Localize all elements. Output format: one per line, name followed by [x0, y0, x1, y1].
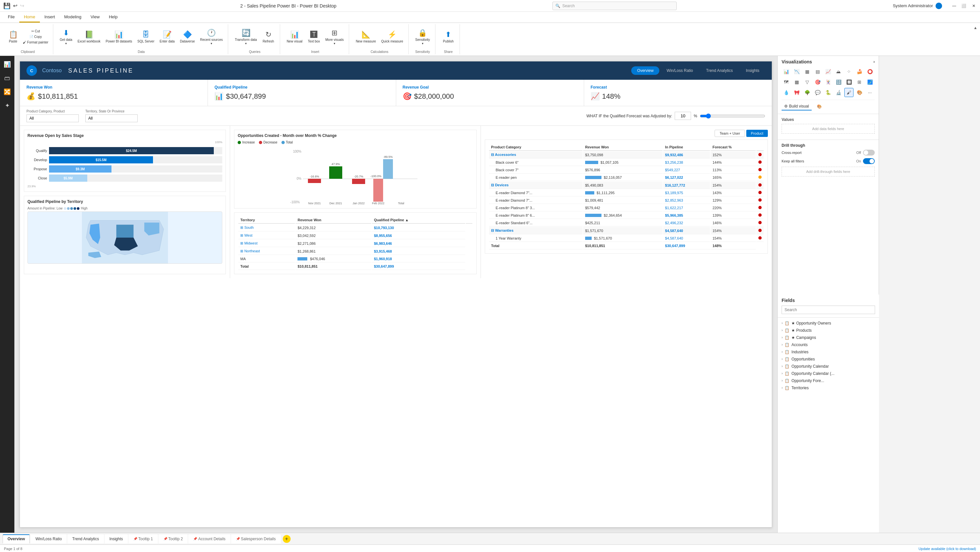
dataverse-button[interactable]: 🔷 Dataverse	[178, 29, 197, 45]
maximize-btn[interactable]: ⬜	[961, 3, 967, 9]
viz-icon-table[interactable]: 📊	[781, 67, 791, 76]
viz-icon-bar[interactable]: 📉	[792, 67, 801, 76]
field-group-opp-calendar2[interactable]: › 📋 Opportunity Calendar (...	[781, 370, 875, 377]
collapse-ribbon[interactable]: ▲	[974, 25, 977, 30]
nav-data-icon[interactable]: 🗃	[1, 72, 13, 84]
product-filter-select[interactable]: All	[27, 115, 79, 122]
territory-row-ma[interactable]: MA $476,046 $1,960,918	[238, 256, 473, 262]
col-territory[interactable]: Territory	[238, 217, 295, 224]
nav-winloss[interactable]: Win/Loss Ratio	[661, 66, 699, 75]
field-group-products[interactable]: › 📋 ★ Products	[781, 327, 875, 334]
tab-help[interactable]: Help	[104, 12, 122, 22]
viz-icon-donut[interactable]: ⭕	[865, 67, 874, 76]
viz-icon-python[interactable]: 🐍	[823, 88, 832, 97]
viz-icon-decomp[interactable]: 🌳	[802, 88, 811, 97]
viz-icon-ribbon[interactable]: 🎀	[792, 88, 801, 97]
powerbi-datasets-button[interactable]: 📊 Power BI datasets	[103, 29, 134, 45]
field-group-industries[interactable]: › 📋 Industries	[781, 348, 875, 356]
field-group-territories[interactable]: › 📋 Territories	[781, 384, 875, 391]
title-search[interactable]: 🔍 Search	[552, 2, 677, 10]
viz-icon-line[interactable]: 📈	[823, 67, 832, 76]
new-measure-button[interactable]: 📐 New measure	[354, 29, 378, 45]
field-group-campaigns[interactable]: › 📋 ★ Campaigns	[781, 334, 875, 341]
nav-trend[interactable]: Trend Analytics	[700, 66, 739, 75]
more-visuals-button[interactable]: ⊞ More visuals ▼	[323, 27, 345, 46]
keep-filters-toggle[interactable]	[863, 158, 875, 164]
text-box-button[interactable]: 🆃 Text box	[305, 29, 322, 45]
nav-report-icon[interactable]: 📊	[1, 59, 13, 70]
add-drill-fields[interactable]: Add drill-through fields here	[781, 167, 875, 177]
viz-icon-slicer[interactable]: 🔲	[844, 78, 853, 87]
get-data-button[interactable]: ⬇ Get data ▼	[58, 27, 74, 46]
new-visual-button[interactable]: 📊 New visual	[285, 29, 304, 45]
update-message[interactable]: Update available (click to download)	[918, 547, 976, 551]
sensitivity-button[interactable]: 🔒 Sensitivity ▼	[413, 27, 432, 46]
tab-home[interactable]: Home	[19, 12, 40, 22]
viz-icon-matrix[interactable]: ⊞	[855, 78, 864, 87]
col-qual-pipeline[interactable]: Qualified Pipeline ▲	[372, 217, 465, 224]
sql-server-button[interactable]: 🗄 SQL Server	[135, 29, 156, 45]
viz-icon-more[interactable]: ···	[865, 88, 874, 97]
viz-icon-clustered-bar[interactable]: ▤	[813, 67, 822, 76]
field-group-opp-forecast[interactable]: › 📋 Opportunity Fore...	[781, 377, 875, 384]
fields-search-input[interactable]	[781, 305, 875, 314]
page-tab-tooltip2[interactable]: 📌Tooltip 2	[159, 535, 188, 544]
quick-measure-button[interactable]: ⚡ Quick measure	[379, 29, 405, 45]
nav-dax-icon[interactable]: ✦	[1, 100, 13, 111]
field-group-opportunities[interactable]: › 📋 Opportunities	[781, 356, 875, 363]
refresh-button[interactable]: ↻ Refresh	[260, 29, 277, 45]
tab-modeling[interactable]: Modeling	[59, 12, 86, 22]
viz-icon-paintbrush[interactable]: 🎨	[855, 88, 864, 97]
page-tab-insights[interactable]: Insights	[105, 535, 128, 544]
viz-icon-treemap[interactable]: ▩	[792, 78, 801, 87]
field-group-opp-calendar[interactable]: › 📋 Opportunity Calendar	[781, 363, 875, 370]
tab-insert[interactable]: Insert	[40, 12, 60, 22]
territory-row-midwest[interactable]: ⊞ Midwest $2,271,086 $6,983,646	[238, 240, 473, 247]
viz-icon-stacked-bar[interactable]: ▦	[802, 67, 811, 76]
page-tab-trend[interactable]: Trend Analytics	[67, 535, 104, 544]
page-tab-tooltip1[interactable]: 📌Tooltip 1	[129, 535, 158, 544]
product-btn[interactable]: Product	[746, 130, 768, 137]
col-in-pipeline[interactable]: In Pipeline	[663, 144, 710, 151]
close-btn[interactable]: ✕	[971, 3, 977, 9]
viz-icon-funnel[interactable]: ▽	[802, 78, 811, 87]
page-tab-salesperson[interactable]: 📌Salesperson Details	[231, 535, 281, 544]
paste-button[interactable]: 📋 Paste	[6, 29, 20, 45]
what-if-slider[interactable]	[700, 113, 765, 119]
format-painter-button[interactable]: 🖌 Format painter	[22, 40, 50, 45]
viz-collapse-icon[interactable]: ›	[873, 59, 875, 64]
nav-model-icon[interactable]: 🔀	[1, 86, 13, 98]
viz-icon-r[interactable]: 🔬	[834, 88, 843, 97]
what-if-input[interactable]	[675, 112, 691, 120]
page-tab-overview[interactable]: Overview	[3, 535, 30, 544]
nav-insights[interactable]: Insights	[740, 66, 765, 75]
viz-icon-map[interactable]: 🗺	[781, 78, 791, 87]
team-btn[interactable]: Team + User	[714, 130, 745, 137]
col-product-rev-won[interactable]: Revenue Won	[583, 144, 663, 151]
cat-row-warranties[interactable]: ⊟ Warranties $1,571,670 $4,587,640 154%	[489, 227, 764, 234]
cat-row-devices[interactable]: ⊟ Devices $5,490,083 $16,127,772 154%	[489, 182, 764, 189]
tab-view[interactable]: View	[86, 12, 104, 22]
col-product-category[interactable]: Product Category	[489, 144, 582, 151]
territory-row-northeast[interactable]: ⊞ Northeast $1,268,861 $3,915,468	[238, 248, 473, 255]
territory-row-west[interactable]: ⊞ West $3,042,592 $8,955,656	[238, 232, 473, 239]
recent-sources-button[interactable]: 🕐 Recent sources ▼	[198, 27, 224, 46]
us-map[interactable]	[27, 212, 222, 264]
cut-button[interactable]: ✂ Cut	[22, 29, 50, 33]
page-tab-account-details[interactable]: 📌Account Details	[188, 535, 230, 544]
minimize-btn[interactable]: —	[951, 3, 957, 9]
page-tab-winloss[interactable]: Win/Loss Ratio	[30, 535, 67, 544]
format-tab[interactable]: 🎨	[814, 103, 824, 110]
excel-button[interactable]: 📗 Excel workbook	[75, 29, 102, 45]
viz-icon-kpi[interactable]: 🔢	[834, 78, 843, 87]
viz-icon-filled-map[interactable]: 🗾	[865, 78, 874, 87]
cross-report-toggle[interactable]	[863, 150, 875, 156]
add-page-button[interactable]: +	[283, 535, 291, 543]
field-group-opportunity-owners[interactable]: › 📋 ★ Opportunity Owners	[781, 320, 875, 327]
field-group-accounts[interactable]: › 📋 Accounts	[781, 341, 875, 348]
territory-filter-select[interactable]: All	[85, 115, 138, 122]
col-forecast-pct[interactable]: Forecast %	[711, 144, 756, 151]
viz-icon-card[interactable]: 🃏	[823, 78, 832, 87]
transform-data-button[interactable]: 🔄 Transform data ▼	[233, 27, 259, 46]
publish-button[interactable]: ⬆ Publish	[440, 29, 456, 45]
